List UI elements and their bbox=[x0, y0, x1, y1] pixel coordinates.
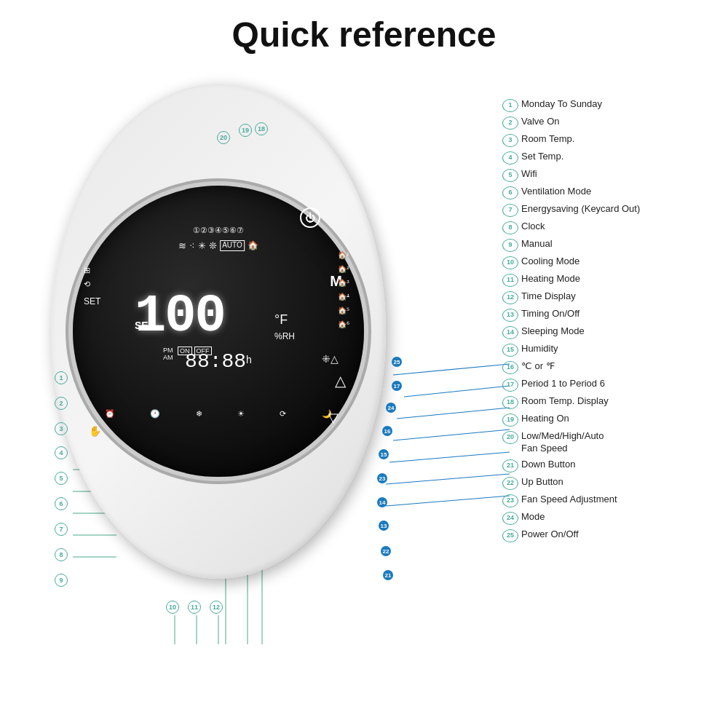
lcd-display: SET 100 °F %RH PM AM ON bbox=[135, 258, 302, 404]
num-6-circle: 6 bbox=[55, 497, 68, 510]
callout-25: 25 bbox=[392, 357, 402, 367]
callout-24: 24 bbox=[386, 403, 396, 413]
legend-text-17: Period 1 to Period 6 bbox=[521, 378, 605, 390]
legend-item-18: 18Room Temp. Display bbox=[502, 395, 721, 409]
legend-num-14: 14 bbox=[502, 326, 518, 339]
legend-num-24: 24 bbox=[502, 512, 518, 525]
legend-item-1: 1Monday To Sunday bbox=[502, 98, 721, 112]
legend-num-5: 5 bbox=[502, 169, 518, 182]
legend-text-5: Wifi bbox=[521, 168, 537, 181]
callout-14: 14 bbox=[377, 497, 387, 507]
legend-item-10: 10Cooling Mode bbox=[502, 256, 721, 269]
legend-num-12: 12 bbox=[502, 291, 518, 304]
legend-text-8: Clock bbox=[521, 221, 545, 233]
legend-item-2: 2Valve On bbox=[502, 116, 721, 130]
legend-num-1: 1 bbox=[502, 99, 518, 112]
num-10-circle: 10 bbox=[166, 601, 179, 614]
bottom-icons-row: ⏰ 🕐 ❄ ☀ ⟳ 🌙 bbox=[87, 409, 349, 419]
legend-item-12: 12Time Display bbox=[502, 290, 721, 304]
legend-text-16: ℃ or ℉ bbox=[521, 360, 555, 373]
legend-num-16: 16 bbox=[502, 361, 518, 374]
legend-text-25: Power On/Off bbox=[521, 529, 579, 541]
legend-item-19: 19Heating On bbox=[502, 413, 721, 427]
legend-text-2: Valve On bbox=[521, 116, 560, 128]
callout-15: 15 bbox=[379, 449, 389, 459]
num-1-circle: 1 bbox=[55, 371, 68, 384]
legend-item-9: 9Manual bbox=[502, 238, 721, 252]
legend-num-22: 22 bbox=[502, 477, 518, 490]
main-content: ⏻ M ①②③④⑤⑥⑦ ≋⁖✳❊AUTO 🏠 ⊞ ⟲ SET bbox=[0, 62, 728, 703]
legend-item-6: 6Ventilation Mode bbox=[502, 186, 721, 199]
right-period-icons: 🏠¹ 🏠² 🏠³ 🏠⁴ 🏠⁵ 🏠⁶ bbox=[338, 251, 349, 328]
legend-text-22: Up Button bbox=[521, 476, 563, 488]
legend-num-6: 6 bbox=[502, 186, 518, 199]
humidity-icon: ⁜△ bbox=[322, 353, 339, 365]
legend-item-16: 16℃ or ℉ bbox=[502, 360, 721, 374]
legend-item-20: 20Low/Med/High/Auto Fan Speed bbox=[502, 430, 721, 455]
legend-text-19: Heating On bbox=[521, 413, 569, 425]
main-temp-display: 100 bbox=[135, 287, 225, 347]
unit-display: °F %RH bbox=[274, 312, 295, 343]
legend-item-25: 25Power On/Off bbox=[502, 529, 721, 542]
legend: 1Monday To Sunday2Valve On3Room Temp.4Se… bbox=[502, 98, 721, 546]
num-12-circle: 12 bbox=[210, 601, 223, 614]
legend-item-13: 13Timing On/Off bbox=[502, 308, 721, 322]
legend-text-7: Energysaving (Keycard Out) bbox=[521, 203, 640, 215]
legend-text-9: Manual bbox=[521, 238, 553, 250]
rh-label: %RH bbox=[274, 331, 295, 341]
legend-text-10: Cooling Mode bbox=[521, 256, 579, 268]
legend-text-20: Low/Med/High/Auto Fan Speed bbox=[521, 430, 604, 455]
power-button-icon[interactable]: ⏻ bbox=[300, 207, 320, 228]
legend-num-3: 3 bbox=[502, 134, 518, 147]
legend-text-12: Time Display bbox=[521, 290, 576, 303]
legend-num-10: 10 bbox=[502, 256, 518, 269]
page-title: Quick reference bbox=[0, 0, 728, 55]
hand-icon: ✋ bbox=[89, 425, 101, 437]
num-9-circle: 9 bbox=[55, 574, 68, 587]
legend-text-21: Down Button bbox=[521, 459, 575, 471]
time-suffix: h bbox=[246, 354, 252, 365]
up-arrow-icon[interactable]: △ bbox=[335, 372, 346, 389]
legend-text-1: Monday To Sunday bbox=[521, 98, 602, 111]
fan-icons-row: ≋⁖✳❊AUTO 🏠 bbox=[178, 240, 258, 251]
callout-17: 17 bbox=[392, 381, 402, 391]
num-19-circle: 19 bbox=[239, 124, 252, 137]
legend-text-11: Heating Mode bbox=[521, 273, 580, 285]
temp-unit: °F bbox=[274, 312, 288, 327]
off-badge: OFF bbox=[194, 347, 212, 355]
pm-label: PM bbox=[163, 347, 173, 354]
legend-text-4: Set Temp. bbox=[521, 151, 563, 163]
legend-num-25: 25 bbox=[502, 529, 518, 542]
legend-text-23: Fan Speed Adjustment bbox=[521, 494, 617, 506]
down-arrow-icon[interactable]: ▽ bbox=[328, 410, 339, 426]
legend-num-17: 17 bbox=[502, 379, 518, 392]
callout-22: 22 bbox=[381, 546, 391, 556]
num-2-circle: 2 bbox=[55, 397, 68, 410]
num-18-circle: 18 bbox=[255, 122, 268, 135]
legend-num-19: 19 bbox=[502, 414, 518, 427]
device-screen: ⏻ M ①②③④⑤⑥⑦ ≋⁖✳❊AUTO 🏠 ⊞ ⟲ SET bbox=[73, 186, 364, 477]
legend-item-17: 17Period 1 to Period 6 bbox=[502, 378, 721, 392]
legend-text-15: Humidity bbox=[521, 343, 558, 355]
num-5-circle: 5 bbox=[55, 472, 68, 485]
num-7-circle: 7 bbox=[55, 523, 68, 536]
num-3-circle: 3 bbox=[55, 422, 68, 435]
num-11-circle: 11 bbox=[188, 601, 201, 614]
legend-text-3: Room Temp. bbox=[521, 133, 574, 146]
legend-num-13: 13 bbox=[502, 309, 518, 322]
callout-16: 16 bbox=[382, 426, 392, 436]
legend-item-8: 8Clock bbox=[502, 221, 721, 234]
legend-item-23: 23Fan Speed Adjustment bbox=[502, 494, 721, 507]
legend-num-9: 9 bbox=[502, 239, 518, 252]
legend-item-11: 11Heating Mode bbox=[502, 273, 721, 287]
legend-item-7: 7Energysaving (Keycard Out) bbox=[502, 203, 721, 217]
legend-item-5: 5Wifi bbox=[502, 168, 721, 182]
num-8-circle: 8 bbox=[55, 548, 68, 561]
legend-text-13: Timing On/Off bbox=[521, 308, 579, 320]
legend-item-4: 4Set Temp. bbox=[502, 151, 721, 165]
legend-item-24: 24Mode bbox=[502, 511, 721, 525]
legend-num-20: 20 bbox=[502, 431, 518, 444]
time-row: PM AM ON OFF 88:88 h bbox=[185, 347, 252, 373]
legend-item-3: 3Room Temp. bbox=[502, 133, 721, 147]
num-4-circle: 4 bbox=[55, 446, 68, 459]
